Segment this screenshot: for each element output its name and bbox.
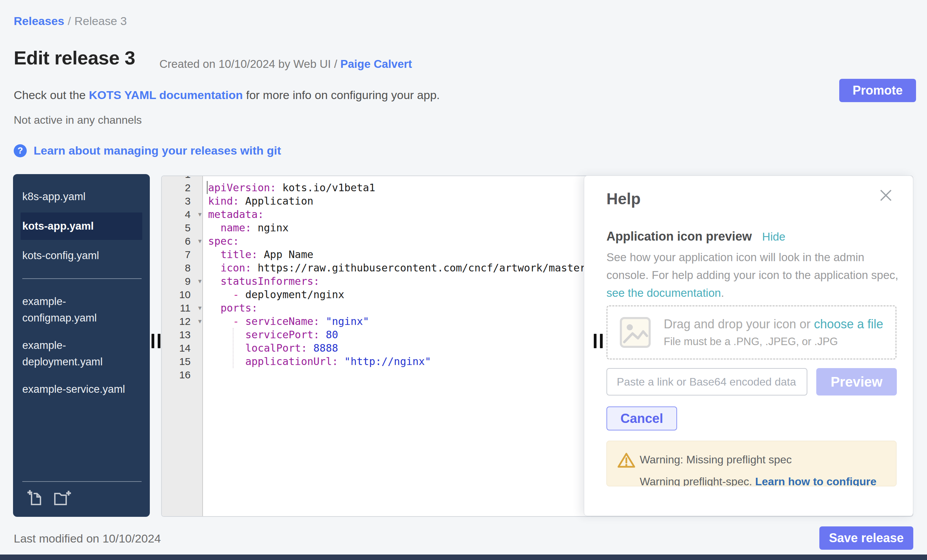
file-name-label: example-service.yaml [22, 381, 131, 398]
desc-period: . [721, 287, 724, 299]
sidebar-file-k8s-app.yaml[interactable]: k8s-app.yaml [13, 183, 150, 211]
gutter-line-7: 7 [162, 248, 203, 261]
sidebar-file-kots-config.yaml[interactable]: kots-config.yaml [13, 242, 150, 269]
gutter-line-13: 13 [162, 328, 203, 341]
k8s-file-list: example-configmap.yamlexample-deployment… [13, 288, 150, 403]
page-title: Edit release 3 [14, 47, 135, 69]
editor-gutter: 1234▾56▾789▾1011▾12▾13141516 [162, 176, 203, 516]
fold-arrow-icon[interactable]: ▾ [198, 315, 202, 328]
help-panel: Help Application icon preview Hide See h… [584, 176, 913, 516]
file-sidebar: k8s-app.yamlkots-app.yamlkots-config.yam… [13, 174, 150, 517]
new-file-icon[interactable] [26, 488, 45, 507]
fold-arrow-icon[interactable]: ▾ [198, 234, 202, 248]
sidebar-file-kots-app.yaml[interactable]: kots-app.yaml [21, 212, 142, 240]
promote-button[interactable]: Promote [839, 79, 916, 102]
sidebar-resize-handle[interactable] [152, 334, 162, 348]
git-releases-link[interactable]: Learn about managing your releases with … [33, 144, 281, 157]
last-modified: Last modified on 10/10/2024 [14, 532, 161, 545]
docs-prefix: Check out the [14, 88, 89, 102]
fold-arrow-icon[interactable]: ▾ [198, 208, 202, 221]
image-placeholder-icon [619, 316, 651, 349]
choose-file-link[interactable]: choose a file [814, 317, 883, 331]
gutter-line-14: 14 [162, 341, 203, 355]
cancel-button[interactable]: Cancel [606, 407, 677, 431]
learn-configure-link[interactable]: Learn how to configure [755, 475, 877, 486]
file-list: k8s-app.yamlkots-app.yamlkots-config.yam… [13, 183, 150, 403]
dropzone-file-types: File must be a .PNG, .JPEG, or .JPG [664, 335, 883, 348]
file-name-label: kots-app.yaml [22, 218, 131, 234]
breadcrumb-releases-link[interactable]: Releases [14, 14, 64, 27]
created-text: Created on 10/10/2024 by Web UI / [160, 58, 340, 70]
sidebar-file-example-deployment.yaml[interactable]: example-deployment.yaml [13, 332, 150, 376]
sidebar-file-example-service.yaml[interactable]: example-service.yaml [13, 376, 150, 403]
new-folder-icon[interactable] [53, 488, 72, 507]
fold-arrow-icon[interactable]: ▾ [198, 275, 202, 288]
gutter-line-11[interactable]: 11▾ [162, 301, 203, 315]
gutter-line-9[interactable]: 9▾ [162, 275, 203, 288]
fold-arrow-icon[interactable]: ▾ [198, 301, 202, 315]
kots-file-list: k8s-app.yamlkots-app.yamlkots-config.yam… [13, 183, 150, 269]
icon-url-input[interactable] [606, 368, 807, 396]
edit-release-page: Releases/Release 3 Edit release 3 Create… [0, 0, 927, 560]
save-release-button[interactable]: Save release [819, 527, 913, 550]
file-name-label: example-configmap.yaml [22, 293, 131, 326]
footer-bar [0, 554, 927, 560]
desc-line2: console. For help adding your icon to th… [606, 269, 898, 281]
sidebar-bottom [13, 481, 150, 517]
indent-guide [233, 328, 234, 368]
help-resize-handle[interactable] [594, 334, 604, 348]
gutter-line-4[interactable]: 4▾ [162, 208, 203, 221]
sidebar-file-example-configmap.yaml[interactable]: example-configmap.yaml [13, 288, 150, 332]
gutter-line-3: 3 [162, 194, 203, 208]
breadcrumb-separator: / [68, 14, 71, 27]
created-line: Created on 10/10/2024 by Web UI / Paige … [160, 58, 412, 71]
dropzone-label-text: Drag and drop your icon or [664, 317, 814, 331]
icon-dropzone[interactable]: Drag and drop your icon or choose a file… [606, 305, 897, 360]
warning-detail-text: Warning preflight-spec. [640, 475, 755, 486]
gutter-line-15: 15 [162, 355, 203, 368]
question-icon: ? [14, 144, 27, 157]
editor-gutter-lines: 1234▾56▾789▾1011▾12▾13141516 [162, 176, 203, 381]
hide-link[interactable]: Hide [762, 230, 786, 243]
file-name-label: example-deployment.yaml [22, 337, 131, 370]
close-icon[interactable] [879, 188, 893, 203]
warning-title: Warning: Missing preflight spec [640, 454, 792, 466]
sidebar-bottom-divider [22, 481, 141, 482]
icon-preview-description: See how your application icon will look … [606, 249, 901, 302]
created-author-link[interactable]: Paige Calvert [340, 58, 412, 70]
gutter-line-12[interactable]: 12▾ [162, 315, 203, 328]
file-name-label: k8s-app.yaml [22, 188, 131, 205]
warning-detail: Warning preflight-spec. Learn how to con… [640, 475, 877, 486]
docs-line: Check out the KOTS YAML documentation fo… [14, 88, 440, 102]
gutter-line-1: 1 [162, 176, 203, 181]
dropzone-label: Drag and drop your icon or choose a file [664, 317, 883, 331]
gutter-line-8: 8 [162, 261, 203, 275]
warning-icon [617, 452, 635, 469]
breadcrumb-current: Release 3 [74, 14, 127, 27]
gutter-line-10: 10 [162, 288, 203, 301]
help-title: Help [606, 190, 641, 208]
preview-button[interactable]: Preview [816, 368, 897, 396]
channel-status: Not active in any channels [14, 114, 142, 126]
see-documentation-link[interactable]: see the documentation [606, 287, 721, 299]
preflight-warning: Warning: Missing preflight spec Warning … [606, 441, 897, 486]
icon-preview-section-title: Application icon preview [606, 229, 752, 244]
kots-yaml-docs-link[interactable]: KOTS YAML documentation [89, 88, 243, 102]
docs-suffix: for more info on configuring your app. [243, 88, 440, 102]
git-help-row[interactable]: ? Learn about managing your releases wit… [14, 144, 281, 157]
gutter-line-16: 16 [162, 368, 203, 381]
gutter-line-6[interactable]: 6▾ [162, 234, 203, 248]
gutter-line-2: 2 [162, 181, 203, 194]
sidebar-divider [22, 278, 141, 279]
breadcrumb: Releases/Release 3 [14, 14, 127, 28]
gutter-line-5: 5 [162, 221, 203, 234]
desc-line1: See how your application icon will look … [606, 251, 864, 264]
editor-cursor [207, 181, 208, 194]
file-name-label: kots-config.yaml [22, 247, 131, 264]
